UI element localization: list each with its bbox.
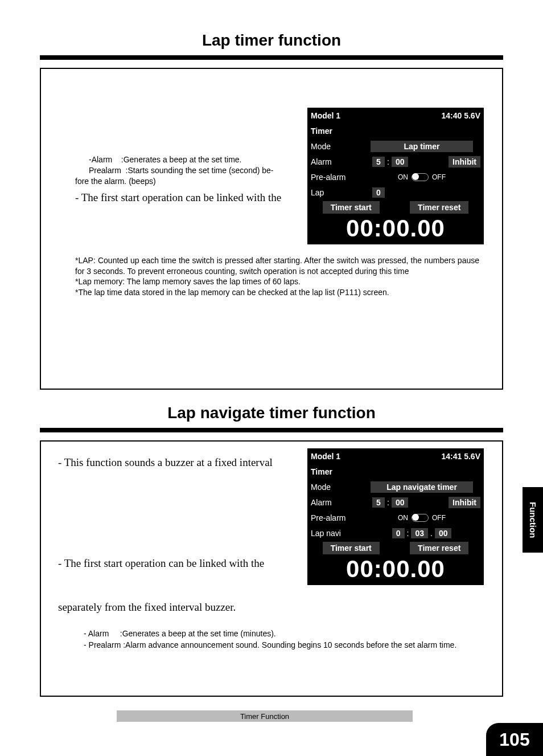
section2-body3: separately from the fixed interval buzze…: [58, 601, 297, 614]
lcd1-alarm-row: Alarm 5 : 00 Inhibit: [307, 154, 484, 169]
lcd2-mode-row: Mode Lap navigate timer: [307, 479, 484, 495]
section1-body1: - The first start operation can be linke…: [75, 191, 303, 204]
lcd1-toggle-off: OFF: [432, 173, 446, 181]
note-lapmem: *Lap memory: The lamp memory saves the l…: [75, 276, 479, 287]
lcd2-navi-c[interactable]: 00: [435, 528, 452, 538]
section2-text: - This function sounds a buzzer at a fix…: [58, 456, 297, 614]
lcd1-prealarm-toggle[interactable]: ON OFF: [398, 173, 446, 181]
lcd2-prealarm-row: Pre-alarm ON OFF: [307, 510, 484, 525]
lcd2-header: Model 1 14:41 5.6V: [307, 448, 484, 464]
lcd2-alarm-label: Alarm: [311, 498, 363, 507]
lcd2-inhibit[interactable]: Inhibit: [449, 497, 480, 508]
note-alarm-text: :Generates a beep at the set time (minut…: [120, 629, 276, 638]
toggle-track-icon: [412, 514, 429, 522]
section2-body2: - The first start operation can be linke…: [58, 557, 297, 570]
page-number: 105: [499, 729, 529, 750]
lcd1-timer-reset-button[interactable]: Timer reset: [410, 201, 468, 214]
note-laplist: *The lap time data stored in the lap mem…: [75, 287, 479, 298]
lcd2-timer-start-button[interactable]: Timer start: [323, 542, 380, 554]
lcd2-timer-reset-button[interactable]: Timer reset: [410, 542, 468, 554]
lcd2-lapnavi-label: Lap navi: [311, 529, 363, 538]
lcd2-alarm-sep: :: [387, 498, 389, 507]
prealarm-label: Prealarm: [89, 166, 121, 175]
lcd1-inhibit[interactable]: Inhibit: [449, 156, 480, 167]
section2-body1: - This function sounds a buzzer at a fix…: [58, 456, 297, 469]
lcd1-screen-title: Timer: [307, 123, 484, 138]
alarm-text: :Generates a beep at the set time.: [121, 155, 242, 164]
side-tab-function: Function: [523, 487, 543, 553]
footer-bar: Timer Function: [117, 710, 413, 722]
lcd-screen-2: Model 1 14:41 5.6V Timer Mode Lap naviga…: [307, 448, 484, 585]
section1-notes: *LAP: Counted up each time the switch is…: [75, 255, 479, 299]
lcd2-navi-b[interactable]: 03: [411, 528, 428, 538]
lcd1-status: 14:40 5.6V: [442, 111, 481, 120]
lcd1-time-display: 00:00.00: [307, 215, 484, 244]
lcd1-action-row: Timer start Timer reset: [307, 200, 484, 215]
lcd2-action-row: Timer start Timer reset: [307, 541, 484, 555]
lcd2-alarm-min[interactable]: 5: [372, 497, 385, 508]
page-number-tab: 105: [486, 723, 543, 756]
lcd1-header: Model 1 14:40 5.6V: [307, 108, 484, 123]
lcd1-prealarm-label: Pre-alarm: [311, 173, 363, 182]
prealarm-text: :Starts sounding the set time (second) b…: [126, 166, 274, 175]
lcd1-alarm-label: Alarm: [311, 157, 363, 166]
prealarm-cont: fore the alarm. (beeps): [75, 176, 303, 187]
page-title-1: Lap timer function: [0, 31, 543, 50]
note-prealarm: - Prealarm :Alarm advance announcement s…: [84, 640, 482, 651]
side-tab-label: Function: [528, 502, 538, 538]
lcd2-model: Model 1: [311, 452, 340, 461]
title-rule-2: [40, 428, 503, 432]
lcd2-prealarm-label: Pre-alarm: [311, 513, 363, 522]
lcd1-lap-value[interactable]: 0: [372, 187, 385, 198]
lcd2-navi-sep2: .: [430, 529, 433, 538]
lcd1-timer-start-button[interactable]: Timer start: [323, 201, 380, 214]
toggle-track-icon: [412, 173, 429, 181]
section-2-box: Model 1 14:41 5.6V Timer Mode Lap naviga…: [40, 440, 503, 697]
lcd-screen-1: Model 1 14:40 5.6V Timer Mode Lap timer …: [307, 108, 484, 244]
lcd1-prealarm-row: Pre-alarm ON OFF: [307, 169, 484, 185]
lcd1-mode-value[interactable]: Lap timer: [371, 141, 473, 152]
lcd2-alarm-sec[interactable]: 00: [392, 497, 409, 508]
lcd1-alarm-min[interactable]: 5: [372, 157, 385, 167]
lcd2-toggle-on: ON: [398, 514, 408, 522]
lcd2-alarm-row: Alarm 5 : 00 Inhibit: [307, 495, 484, 510]
lcd1-mode-row: Mode Lap timer: [307, 138, 484, 154]
lcd1-mode-label: Mode: [311, 142, 363, 151]
alarm-label: -Alarm: [89, 155, 112, 164]
title-rule-1: [40, 55, 503, 60]
section2-notes: - Alarm :Generates a beep at the set tim…: [84, 628, 485, 651]
lcd2-lapnavi-row: Lap navi 0 : 03 . 00: [307, 525, 484, 541]
lcd2-mode-label: Mode: [311, 483, 363, 492]
lcd2-screen-title: Timer: [307, 464, 484, 479]
lcd1-toggle-on: ON: [398, 173, 408, 181]
note-alarm-label: - Alarm: [84, 629, 109, 638]
lcd2-toggle-off: OFF: [432, 514, 446, 522]
lcd1-lap-label: Lap: [311, 188, 363, 197]
lcd2-mode-value[interactable]: Lap navigate timer: [371, 481, 473, 493]
lcd1-model: Model 1: [311, 111, 340, 120]
lcd1-alarm-sep: :: [387, 157, 389, 166]
lcd2-time-display: 00:00.00: [307, 555, 484, 585]
lcd1-alarm-sec[interactable]: 00: [392, 157, 409, 167]
section-1-box: Model 1 14:40 5.6V Timer Mode Lap timer …: [40, 68, 503, 390]
lcd2-navi-a[interactable]: 0: [392, 528, 405, 538]
lcd2-status: 14:41 5.6V: [442, 452, 481, 461]
note-lap: *LAP: Counted up each time the switch is…: [75, 255, 479, 277]
lcd1-lap-row: Lap 0: [307, 185, 484, 200]
page-title-2: Lap navigate timer function: [0, 404, 543, 422]
section1-text: -Alarm :Generates a beep at the set time…: [75, 154, 303, 204]
lcd2-prealarm-toggle[interactable]: ON OFF: [398, 514, 446, 522]
lcd2-navi-sep1: :: [407, 529, 409, 538]
